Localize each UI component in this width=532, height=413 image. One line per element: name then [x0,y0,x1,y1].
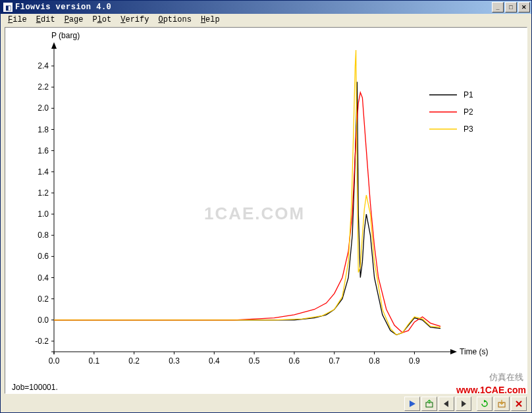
minimize-button[interactable]: _ [492,2,504,13]
menu-plot[interactable]: Plot [88,15,116,24]
app-window: ◧ Flowvis version 4.0 _ □ ✕ File Edit Pa… [0,0,532,413]
svg-text:2.2: 2.2 [38,82,49,92]
svg-marker-58 [444,400,448,407]
window-title: Flowvis version 4.0 [15,3,492,12]
plot-area: -0.20.00.20.40.60.81.01.21.41.61.82.02.2… [7,29,525,392]
svg-text:0.5: 0.5 [249,356,260,366]
svg-text:1.4: 1.4 [38,167,49,177]
svg-text:P (barg): P (barg) [51,31,80,40]
svg-marker-3 [450,349,457,354]
svg-text:2.4: 2.4 [38,61,49,70]
menu-page[interactable]: Page [60,15,88,24]
svg-text:0.1: 0.1 [88,356,99,366]
menu-file[interactable]: File [3,15,32,24]
refresh-button[interactable] [477,397,492,411]
svg-text:0.2: 0.2 [128,356,140,366]
export-icon [425,400,433,408]
window-buttons: _ □ ✕ [492,2,530,13]
client-area: -0.20.00.20.40.60.81.01.21.41.61.82.02.2… [2,26,530,395]
legend-p2: P2 [464,107,473,117]
menubar: File Edit Page Plot Verify Options Help [1,14,531,26]
play-icon [408,400,416,408]
svg-marker-56 [410,400,415,407]
svg-text:0.6: 0.6 [289,356,300,366]
arrow-left-icon [442,400,450,408]
titlebar[interactable]: ◧ Flowvis version 4.0 _ □ ✕ [1,1,531,14]
menu-options[interactable]: Options [153,15,196,24]
delete-button[interactable] [511,397,527,411]
svg-text:0.2: 0.2 [38,294,49,304]
job-label: Job=100001. [12,383,58,392]
svg-text:0.3: 0.3 [169,356,180,366]
series-p3 [54,50,440,335]
refresh-icon [481,400,489,408]
import-button[interactable] [494,397,510,411]
svg-text:0.8: 0.8 [38,231,49,240]
menu-edit[interactable]: Edit [32,15,60,24]
plot-panel: -0.20.00.20.40.60.81.01.21.41.61.82.02.2… [5,27,527,394]
menu-verify[interactable]: Verify [116,15,153,24]
svg-text:1.2: 1.2 [38,188,49,198]
play-button[interactable] [404,397,420,411]
menu-help[interactable]: Help [196,15,225,24]
svg-text:0.8: 0.8 [369,356,380,366]
svg-text:0.0: 0.0 [38,316,49,325]
x-axis-label: Time (s) [460,347,489,356]
x-icon [515,400,523,408]
back-button[interactable] [439,397,454,411]
svg-text:1.0: 1.0 [38,209,49,219]
legend-p3: P3 [464,124,473,134]
close-button[interactable]: ✕ [518,2,530,13]
chart-svg: -0.20.00.20.40.60.81.01.21.41.61.82.02.2… [7,29,528,395]
svg-marker-59 [462,400,466,407]
series-p2 [54,92,440,333]
series-p1 [54,82,440,335]
maximize-button[interactable]: □ [505,2,517,13]
export-button[interactable] [421,397,437,411]
svg-text:-0.2: -0.2 [35,337,49,346]
svg-text:1.8: 1.8 [38,125,49,134]
forward-button[interactable] [456,397,471,411]
svg-text:0.9: 0.9 [409,356,420,366]
svg-text:2.0: 2.0 [38,103,49,113]
svg-text:0.0: 0.0 [49,356,60,366]
svg-text:0.6: 0.6 [38,252,49,261]
svg-text:0.7: 0.7 [329,356,340,366]
legend-p1: P1 [464,90,473,99]
import-icon [498,400,506,408]
svg-text:1.6: 1.6 [38,146,49,155]
arrow-right-icon [460,400,467,408]
app-icon: ◧ [3,3,13,12]
svg-marker-1 [51,42,57,49]
svg-text:0.4: 0.4 [38,273,49,283]
bottom-toolbar [2,397,530,411]
svg-text:0.4: 0.4 [209,356,220,366]
